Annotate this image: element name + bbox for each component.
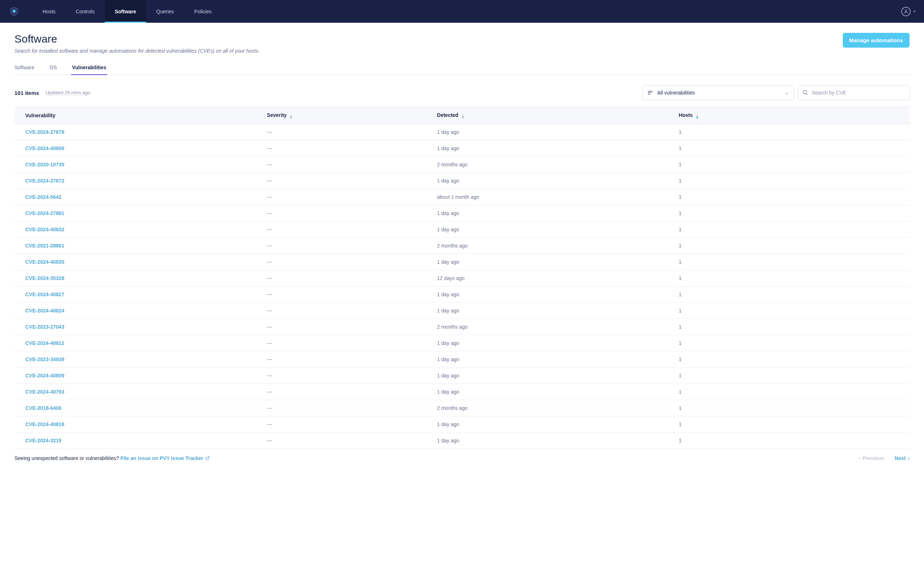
hosts-cell: 1 [668, 400, 910, 417]
hosts-cell: 1 [668, 384, 910, 400]
severity-cell: --- [256, 351, 426, 368]
table-row: CVE-2024-3219---1 day ago1 [14, 433, 910, 449]
app-logo[interactable] [9, 6, 20, 17]
vulnerability-link[interactable]: CVE-2020-10735 [14, 157, 256, 173]
vulnerability-link[interactable]: CVE-2024-40793 [14, 384, 256, 400]
footer-note: Seeing unexpected software or vulnerabil… [14, 455, 120, 461]
table-row: CVE-2024-5642---about 1 month ago1 [14, 189, 910, 205]
detected-cell: 2 months ago [426, 238, 668, 254]
vulnerability-link[interactable]: CVE-2024-27881 [14, 205, 256, 222]
vulnerability-link[interactable]: CVE-2024-40812 [14, 335, 256, 351]
table-row: CVE-2024-40806---1 day ago1 [14, 140, 910, 157]
hosts-cell: 1 [668, 335, 910, 351]
vulnerability-link[interactable]: CVE-2024-40806 [14, 140, 256, 157]
vulnerability-link[interactable]: CVE-2023-34939 [14, 351, 256, 368]
severity-cell: --- [256, 319, 426, 335]
hosts-cell: 1 [668, 189, 910, 205]
chevron-right-icon: › [908, 455, 910, 461]
tab-vulnerabilities[interactable]: Vulnerabilities [72, 60, 106, 75]
nav-item-controls[interactable]: Controls [66, 0, 105, 23]
table-row: CVE-2024-40793---1 day ago1 [14, 384, 910, 400]
vulnerability-link[interactable]: CVE-2024-40824 [14, 303, 256, 319]
filter-icon [648, 91, 653, 94]
severity-cell: --- [256, 189, 426, 205]
table-row: CVE-2024-40824---1 day ago1 [14, 303, 910, 319]
page-title: Software [14, 33, 260, 45]
vulnerability-link[interactable]: CVE-2024-5642 [14, 189, 256, 205]
updated-badge: Updated 26 mins ago [45, 90, 90, 96]
detected-cell: about 1 month ago [426, 189, 668, 205]
tabs: SoftwareOSVulnerabilities [14, 60, 910, 75]
controls-row: 101 items Updated 26 mins ago All vulner… [0, 75, 924, 107]
tab-os[interactable]: OS [50, 60, 57, 75]
hosts-cell: 1 [668, 303, 910, 319]
column-header-vulnerability[interactable]: Vulnerability [14, 107, 256, 124]
detected-cell: 1 day ago [426, 254, 668, 270]
table-row: CVE-2024-40835---1 day ago1 [14, 254, 910, 270]
tab-software[interactable]: Software [14, 60, 34, 75]
search-icon [802, 90, 808, 96]
column-header-severity[interactable]: Severity ▴▾ [256, 107, 426, 124]
detected-cell: 12 days ago [426, 270, 668, 286]
detected-cell: 2 months ago [426, 319, 668, 335]
vulnerability-link[interactable]: CVE-2024-40832 [14, 222, 256, 238]
severity-cell: --- [256, 384, 426, 400]
vulnerability-link[interactable]: CVE-2024-40809 [14, 368, 256, 384]
svg-point-2 [803, 91, 806, 94]
items-count: 101 items [14, 90, 39, 96]
vulnerability-link[interactable]: CVE-2024-27872 [14, 173, 256, 189]
search-input[interactable] [812, 90, 905, 96]
shield-icon [10, 7, 18, 16]
avatar-icon [901, 7, 910, 16]
detected-cell: 1 day ago [426, 222, 668, 238]
nav-item-policies[interactable]: Policies [184, 0, 222, 23]
table-row: CVE-2024-27878---1 day ago1 [14, 124, 910, 140]
vulnerability-link[interactable]: CVE-2018-6406 [14, 400, 256, 417]
detected-cell: 2 months ago [426, 400, 668, 417]
table-row: CVE-2018-6406---2 months ago1 [14, 400, 910, 417]
issue-tracker-link[interactable]: File an issue on PVY Issue Tracker [120, 455, 210, 461]
next-button[interactable]: Next › [895, 455, 910, 461]
table-row: CVE-2024-27872---1 day ago1 [14, 173, 910, 189]
severity-cell: --- [256, 270, 426, 286]
table-row: CVE-2024-27881---1 day ago1 [14, 205, 910, 222]
detected-cell: 2 months ago [426, 157, 668, 173]
vulnerabilities-table: Vulnerability Severity ▴▾ Detected ▴▾ Ho… [14, 107, 910, 449]
nav-item-software[interactable]: Software [105, 0, 146, 23]
column-header-detected[interactable]: Detected ▴▾ [426, 107, 668, 124]
table-row: CVE-2024-40812---1 day ago1 [14, 335, 910, 351]
vulnerability-link[interactable]: CVE-2024-27878 [14, 124, 256, 140]
hosts-cell: 1 [668, 124, 910, 140]
severity-cell: --- [256, 140, 426, 157]
nav-items: HostsControlsSoftwareQueriesPolicies [33, 0, 222, 23]
external-link-icon [206, 456, 210, 460]
sort-icon: ▴▾ [462, 114, 464, 119]
hosts-cell: 1 [668, 173, 910, 189]
column-header-hosts[interactable]: Hosts ▴▾ [668, 107, 910, 124]
severity-cell: --- [256, 400, 426, 417]
vulnerability-link[interactable]: CVE-2021-28861 [14, 238, 256, 254]
vulnerability-link[interactable]: CVE-2024-40827 [14, 286, 256, 303]
vulnerability-link[interactable]: CVE-2024-35328 [14, 270, 256, 286]
vulnerability-link[interactable]: CVE-2024-40818 [14, 417, 256, 433]
vulnerability-link[interactable]: CVE-2023-27043 [14, 319, 256, 335]
table-row: CVE-2024-40818---1 day ago1 [14, 417, 910, 433]
nav-item-hosts[interactable]: Hosts [33, 0, 66, 23]
table-row: CVE-2023-34939---1 day ago1 [14, 351, 910, 368]
vulnerability-filter-dropdown[interactable]: All vulnerabilities ⌄ [642, 85, 794, 100]
sort-icon: ▴▾ [696, 114, 698, 119]
vulnerability-link[interactable]: CVE-2024-3219 [14, 433, 256, 449]
dropdown-label: All vulnerabilities [657, 90, 695, 96]
nav-item-queries[interactable]: Queries [146, 0, 184, 23]
severity-cell: --- [256, 157, 426, 173]
user-menu[interactable]: ▾ [901, 7, 915, 16]
svg-point-1 [905, 10, 907, 12]
hosts-cell: 1 [668, 351, 910, 368]
vulnerability-link[interactable]: CVE-2024-40835 [14, 254, 256, 270]
severity-cell: --- [256, 238, 426, 254]
manage-automations-button[interactable]: Manage automations [843, 33, 910, 48]
svg-point-0 [13, 10, 15, 13]
detected-cell: 1 day ago [426, 140, 668, 157]
detected-cell: 1 day ago [426, 351, 668, 368]
severity-cell: --- [256, 254, 426, 270]
